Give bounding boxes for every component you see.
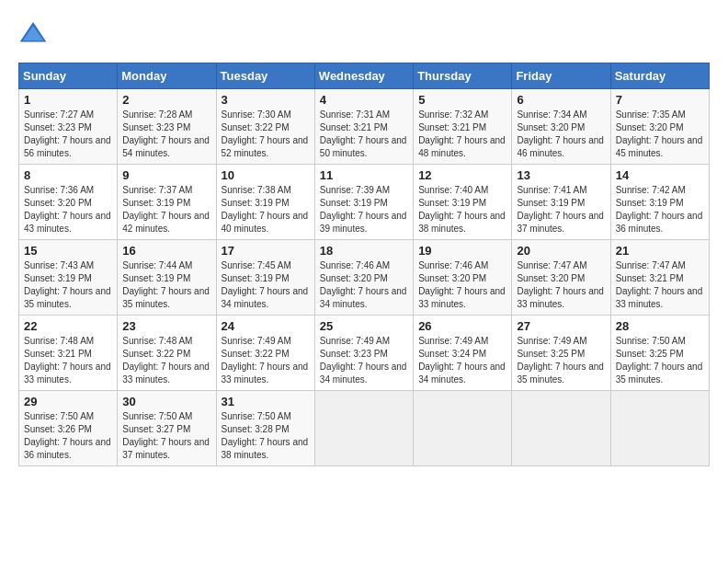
day-number: 17: [222, 244, 310, 258]
calendar-cell: 19Sunrise: 7:46 AMSunset: 3:20 PMDayligh…: [414, 240, 512, 316]
calendar-cell: 23Sunrise: 7:48 AMSunset: 3:22 PMDayligh…: [118, 316, 216, 391]
day-number: 5: [418, 93, 506, 107]
header-tuesday: Tuesday: [216, 63, 314, 89]
day-info: Sunrise: 7:46 AMSunset: 3:20 PMDaylight:…: [418, 259, 506, 311]
calendar-cell: 22Sunrise: 7:48 AMSunset: 3:21 PMDayligh…: [19, 316, 118, 391]
day-number: 14: [616, 168, 704, 182]
day-number: 30: [122, 395, 210, 408]
header-wednesday: Wednesday: [314, 63, 413, 89]
day-info: Sunrise: 7:43 AMSunset: 3:19 PMDaylight:…: [24, 259, 112, 311]
day-number: 3: [222, 93, 310, 107]
day-number: 9: [122, 168, 210, 182]
day-number: 20: [517, 244, 605, 258]
day-number: 23: [122, 319, 210, 333]
calendar-cell: 28Sunrise: 7:50 AMSunset: 3:25 PMDayligh…: [610, 316, 709, 391]
day-number: 31: [222, 395, 310, 408]
day-info: Sunrise: 7:50 AMSunset: 3:25 PMDaylight:…: [616, 335, 704, 386]
day-number: 25: [320, 319, 408, 333]
day-info: Sunrise: 7:39 AMSunset: 3:19 PMDaylight:…: [320, 184, 408, 236]
day-info: Sunrise: 7:28 AMSunset: 3:23 PMDaylight:…: [122, 109, 210, 160]
day-number: 22: [24, 319, 112, 333]
day-number: 15: [24, 244, 112, 258]
day-info: Sunrise: 7:41 AMSunset: 3:19 PMDaylight:…: [517, 184, 605, 236]
day-number: 27: [517, 319, 605, 333]
calendar-cell: [414, 391, 512, 466]
calendar-cell: 20Sunrise: 7:47 AMSunset: 3:20 PMDayligh…: [512, 240, 610, 316]
day-info: Sunrise: 7:49 AMSunset: 3:22 PMDaylight:…: [222, 335, 310, 386]
calendar-week-2: 8Sunrise: 7:36 AMSunset: 3:20 PMDaylight…: [19, 165, 710, 240]
calendar-cell: [610, 391, 709, 466]
day-info: Sunrise: 7:38 AMSunset: 3:19 PMDaylight:…: [222, 184, 310, 236]
calendar-cell: 12Sunrise: 7:40 AMSunset: 3:19 PMDayligh…: [414, 165, 512, 240]
logo-icon: [18, 18, 48, 48]
day-info: Sunrise: 7:34 AMSunset: 3:20 PMDaylight:…: [517, 109, 605, 160]
calendar-cell: 7Sunrise: 7:35 AMSunset: 3:20 PMDaylight…: [610, 89, 709, 165]
day-number: 16: [122, 244, 210, 258]
header-thursday: Thursday: [414, 63, 512, 89]
calendar-week-3: 15Sunrise: 7:43 AMSunset: 3:19 PMDayligh…: [19, 240, 710, 316]
calendar-cell: [314, 391, 413, 466]
calendar-cell: 3Sunrise: 7:30 AMSunset: 3:22 PMDaylight…: [216, 89, 314, 165]
day-info: Sunrise: 7:49 AMSunset: 3:25 PMDaylight:…: [517, 335, 605, 386]
calendar-cell: 17Sunrise: 7:45 AMSunset: 3:19 PMDayligh…: [216, 240, 314, 316]
calendar-cell: 10Sunrise: 7:38 AMSunset: 3:19 PMDayligh…: [216, 165, 314, 240]
header-sunday: Sunday: [19, 63, 118, 89]
day-info: Sunrise: 7:50 AMSunset: 3:26 PMDaylight:…: [24, 410, 112, 462]
day-info: Sunrise: 7:50 AMSunset: 3:27 PMDaylight:…: [122, 410, 210, 462]
day-info: Sunrise: 7:40 AMSunset: 3:19 PMDaylight:…: [418, 184, 506, 236]
day-number: 8: [24, 168, 112, 182]
day-info: Sunrise: 7:45 AMSunset: 3:19 PMDaylight:…: [222, 259, 310, 311]
calendar-cell: 15Sunrise: 7:43 AMSunset: 3:19 PMDayligh…: [19, 240, 118, 316]
calendar-header-row: SundayMondayTuesdayWednesdayThursdayFrid…: [19, 63, 710, 89]
calendar-table: SundayMondayTuesdayWednesdayThursdayFrid…: [18, 63, 710, 466]
calendar-cell: 13Sunrise: 7:41 AMSunset: 3:19 PMDayligh…: [512, 165, 610, 240]
day-number: 26: [418, 319, 506, 333]
day-number: 18: [320, 244, 408, 258]
day-number: 21: [616, 244, 704, 258]
calendar-week-5: 29Sunrise: 7:50 AMSunset: 3:26 PMDayligh…: [19, 391, 710, 466]
calendar-cell: 9Sunrise: 7:37 AMSunset: 3:19 PMDaylight…: [118, 165, 216, 240]
header-friday: Friday: [512, 63, 610, 89]
calendar-cell: 26Sunrise: 7:49 AMSunset: 3:24 PMDayligh…: [414, 316, 512, 391]
day-info: Sunrise: 7:48 AMSunset: 3:21 PMDaylight:…: [24, 335, 112, 386]
calendar-cell: 6Sunrise: 7:34 AMSunset: 3:20 PMDaylight…: [512, 89, 610, 165]
day-info: Sunrise: 7:47 AMSunset: 3:21 PMDaylight:…: [616, 259, 704, 311]
calendar-cell: 14Sunrise: 7:42 AMSunset: 3:19 PMDayligh…: [610, 165, 709, 240]
day-info: Sunrise: 7:31 AMSunset: 3:21 PMDaylight:…: [320, 109, 408, 160]
day-info: Sunrise: 7:49 AMSunset: 3:23 PMDaylight:…: [320, 335, 408, 386]
day-info: Sunrise: 7:49 AMSunset: 3:24 PMDaylight:…: [418, 335, 506, 386]
calendar-cell: 18Sunrise: 7:46 AMSunset: 3:20 PMDayligh…: [314, 240, 413, 316]
day-number: 4: [320, 93, 408, 107]
calendar-cell: 25Sunrise: 7:49 AMSunset: 3:23 PMDayligh…: [314, 316, 413, 391]
day-number: 29: [24, 395, 112, 408]
calendar-cell: 30Sunrise: 7:50 AMSunset: 3:27 PMDayligh…: [118, 391, 216, 466]
calendar-cell: 8Sunrise: 7:36 AMSunset: 3:20 PMDaylight…: [19, 165, 118, 240]
page-header: [18, 18, 710, 48]
day-number: 6: [517, 93, 605, 107]
calendar-cell: 5Sunrise: 7:32 AMSunset: 3:21 PMDaylight…: [414, 89, 512, 165]
calendar-cell: 27Sunrise: 7:49 AMSunset: 3:25 PMDayligh…: [512, 316, 610, 391]
calendar-cell: 24Sunrise: 7:49 AMSunset: 3:22 PMDayligh…: [216, 316, 314, 391]
logo: [18, 18, 51, 48]
calendar-cell: 29Sunrise: 7:50 AMSunset: 3:26 PMDayligh…: [19, 391, 118, 466]
day-info: Sunrise: 7:42 AMSunset: 3:19 PMDaylight:…: [616, 184, 704, 236]
day-info: Sunrise: 7:37 AMSunset: 3:19 PMDaylight:…: [122, 184, 210, 236]
calendar-week-4: 22Sunrise: 7:48 AMSunset: 3:21 PMDayligh…: [19, 316, 710, 391]
header-saturday: Saturday: [610, 63, 709, 89]
day-number: 13: [517, 168, 605, 182]
day-info: Sunrise: 7:35 AMSunset: 3:20 PMDaylight:…: [616, 109, 704, 160]
calendar-cell: 2Sunrise: 7:28 AMSunset: 3:23 PMDaylight…: [118, 89, 216, 165]
day-number: 2: [122, 93, 210, 107]
calendar-cell: 21Sunrise: 7:47 AMSunset: 3:21 PMDayligh…: [610, 240, 709, 316]
calendar-cell: 16Sunrise: 7:44 AMSunset: 3:19 PMDayligh…: [118, 240, 216, 316]
day-info: Sunrise: 7:50 AMSunset: 3:28 PMDaylight:…: [222, 410, 310, 462]
day-info: Sunrise: 7:47 AMSunset: 3:20 PMDaylight:…: [517, 259, 605, 311]
day-info: Sunrise: 7:30 AMSunset: 3:22 PMDaylight:…: [222, 109, 310, 160]
calendar-cell: 31Sunrise: 7:50 AMSunset: 3:28 PMDayligh…: [216, 391, 314, 466]
day-info: Sunrise: 7:36 AMSunset: 3:20 PMDaylight:…: [24, 184, 112, 236]
day-number: 1: [24, 93, 112, 107]
day-number: 28: [616, 319, 704, 333]
day-number: 12: [418, 168, 506, 182]
day-info: Sunrise: 7:27 AMSunset: 3:23 PMDaylight:…: [24, 109, 112, 160]
day-info: Sunrise: 7:44 AMSunset: 3:19 PMDaylight:…: [122, 259, 210, 311]
